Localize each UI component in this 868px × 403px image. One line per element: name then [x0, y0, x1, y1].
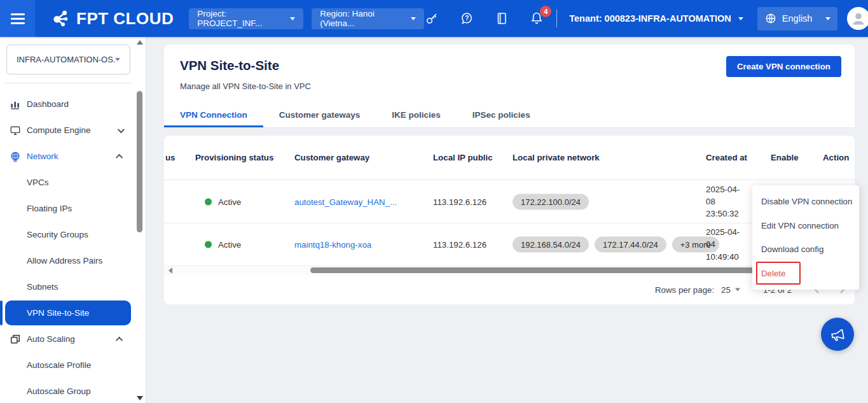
table-row: Active maintq18-khong-xoa 113.192.6.126 … — [164, 223, 855, 266]
page-subtitle: Manage all VPN Site-to-Site in VPC — [180, 81, 311, 91]
sidebar-item-autoscale-group[interactable]: Autoscale Group — [0, 378, 137, 403]
workspace-selector[interactable]: INFRA-AUTOMATION-OS... — [6, 45, 130, 74]
column-status-truncated: us — [165, 136, 176, 180]
chevron-up-icon — [116, 153, 123, 160]
chevron-up-icon — [116, 336, 123, 343]
project-dropdown[interactable]: Project: PROJECT_INF... — [189, 8, 303, 29]
tenant-dropdown[interactable]: Tenant: 000823-INFRA-AUTOMATION — [569, 13, 743, 24]
provisioning-status-cell: Active — [205, 240, 241, 250]
tab-bar: VPN Connection Customer gateways IKE pol… — [164, 104, 855, 128]
column-provisioning-status: Provisioning status — [195, 136, 273, 180]
sidebar-item-subnets[interactable]: Subnets — [0, 274, 137, 300]
brand-text: FPT CLOUD — [76, 9, 174, 29]
tab-customer-gateways[interactable]: Customer gateways — [263, 104, 376, 127]
language-dropdown[interactable]: English — [757, 7, 838, 31]
layers-icon — [9, 333, 22, 346]
tab-ipsec-policies[interactable]: IPSec policies — [457, 104, 546, 127]
column-local-ip-public: Local IP public — [433, 136, 493, 180]
monitor-icon — [9, 124, 22, 137]
table-row: Active autotest_Gateway_HAN_... 113.192.… — [164, 180, 855, 223]
networks-cell: 172.22.100.0/24 — [513, 194, 589, 209]
scroll-up-icon[interactable] — [137, 40, 143, 45]
sidebar-item-auto-scaling[interactable]: Auto Scaling — [0, 326, 137, 352]
sidebar-item-floating-ips[interactable]: Floating IPs — [0, 195, 137, 222]
sidebar-item-security-groups[interactable]: Security Groups — [0, 222, 137, 248]
chevron-down-icon — [735, 288, 740, 292]
column-action: Action — [823, 136, 849, 180]
notifications-button[interactable]: 4 — [529, 11, 544, 26]
sidebar: INFRA-AUTOMATION-OS... Dashboard Compute… — [0, 37, 146, 403]
sidebar-item-autoscale-profile[interactable]: Autoscale Profile — [0, 352, 137, 378]
megaphone-icon — [827, 324, 847, 344]
tab-ike-policies[interactable]: IKE policies — [376, 104, 457, 127]
user-menu[interactable] — [847, 7, 868, 30]
menu-toggle-button[interactable] — [0, 0, 35, 37]
region-dropdown[interactable]: Region: Hanoi (Vietna... — [312, 8, 424, 29]
sidebar-item-vpn-site-to-site[interactable]: VPN Site-to-Site — [0, 300, 137, 326]
sidebar-item-dashboard[interactable]: Dashboard — [0, 91, 137, 117]
table-header-row: us Provisioning status Customer gateway … — [164, 136, 855, 180]
api-key-button[interactable] — [424, 11, 439, 26]
chevron-down-icon — [290, 17, 295, 20]
vpn-connections-table-card: us Provisioning status Customer gateway … — [164, 136, 855, 304]
customer-gateway-link[interactable]: maintq18-khong-xoa — [294, 240, 371, 250]
chevron-down-icon — [411, 17, 416, 20]
sidebar-item-compute-engine[interactable]: Compute Engine — [0, 117, 137, 143]
chevron-down-icon — [115, 58, 120, 61]
scroll-down-icon[interactable] — [137, 396, 143, 400]
menu-item-disable-vpn[interactable]: Disable VPN connection — [752, 190, 859, 214]
sidebar-divider — [5, 83, 131, 83]
project-label: Project: PROJECT_INF... — [197, 9, 290, 28]
region-label: Region: Hanoi (Vietna... — [320, 9, 411, 28]
hamburger-icon — [11, 13, 25, 15]
language-label: English — [782, 13, 813, 24]
column-local-private-network: Local private network — [513, 136, 600, 180]
sidebar-scrollbar[interactable] — [136, 37, 144, 403]
column-customer-gateway: Customer gateway — [294, 136, 369, 180]
bar-chart-icon — [9, 98, 22, 111]
horizontal-scrollbar[interactable] — [164, 266, 855, 275]
network-chip: 172.17.44.0/24 — [595, 237, 666, 253]
fpt-network-icon — [50, 8, 71, 29]
local-ip-cell: 113.192.6.126 — [433, 197, 486, 206]
rows-per-page-label: Rows per page: — [655, 285, 714, 295]
page-header-card: VPN Site-to-Site Manage all VPN Site-to-… — [164, 45, 855, 128]
row-action-menu: Disable VPN connection Edit VPN connecti… — [752, 185, 859, 290]
network-chip: 192.168.54.0/24 — [513, 237, 589, 253]
status-active-dot — [205, 241, 212, 248]
column-enable: Enable — [771, 136, 799, 180]
topbar: FPT CLOUD Project: PROJECT_INF... Region… — [0, 0, 868, 37]
page-title: VPN Site-to-Site — [180, 58, 279, 73]
tenant-label: Tenant: 000823-INFRA-AUTOMATION — [569, 13, 731, 24]
menu-item-delete[interactable]: Delete — [752, 262, 859, 286]
created-at-cell: 2025-04-08 23:50:32 — [706, 183, 745, 220]
provisioning-status-cell: Active — [205, 197, 241, 206]
help-button[interactable]: ? — [459, 11, 474, 26]
brand-logo[interactable]: FPT CLOUD — [50, 8, 174, 29]
create-vpn-connection-button[interactable]: Create VPN connection — [726, 56, 841, 77]
notification-badge: 4 — [540, 6, 551, 17]
menu-item-edit-vpn[interactable]: Edit VPN connection — [752, 214, 859, 238]
menu-item-download-config[interactable]: Download config — [752, 237, 859, 262]
svg-text:?: ? — [465, 15, 469, 22]
scrollbar-thumb[interactable] — [137, 91, 142, 232]
scroll-left-icon[interactable] — [169, 267, 172, 274]
topbar-divider — [556, 10, 557, 27]
book-icon — [494, 11, 509, 26]
status-active-dot — [205, 198, 212, 205]
docs-button[interactable] — [494, 11, 509, 26]
help-icon: ? — [459, 11, 474, 26]
sidebar-item-vpcs[interactable]: VPCs — [0, 169, 137, 195]
chevron-down-icon — [118, 125, 125, 132]
active-indicator — [0, 300, 3, 325]
sidebar-item-network[interactable]: Network — [0, 143, 137, 169]
announcement-fab-button[interactable] — [821, 318, 854, 351]
rows-per-page-select[interactable]: 25 — [721, 285, 740, 295]
workspace-label: INFRA-AUTOMATION-OS... — [17, 55, 115, 64]
sidebar-item-allow-address-pairs[interactable]: Allow Address Pairs — [0, 248, 137, 274]
topbar-icons: ? 4 — [424, 11, 544, 26]
networks-cell: 192.168.54.0/24 172.17.44.0/24 +3 more — [513, 237, 719, 253]
customer-gateway-link[interactable]: autotest_Gateway_HAN_... — [294, 197, 397, 206]
network-globe-icon — [9, 150, 22, 163]
tab-vpn-connection[interactable]: VPN Connection — [164, 104, 263, 127]
